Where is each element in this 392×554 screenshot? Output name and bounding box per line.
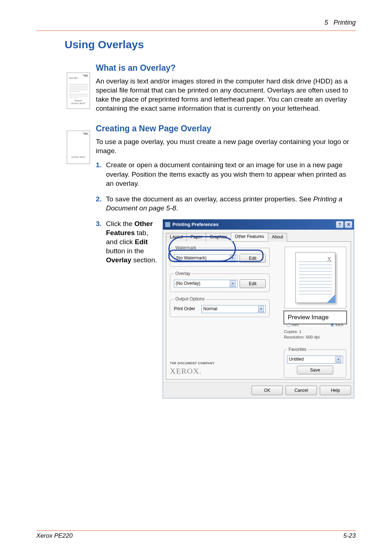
page-header: 5 Printing — [324, 19, 356, 26]
step-number-3: 3. — [96, 219, 106, 398]
favorites-combo[interactable]: Untitled ▾ — [287, 356, 343, 364]
preview-box: X — [285, 247, 346, 308]
tab-paper[interactable]: Paper — [187, 233, 206, 242]
overlay-combo[interactable]: (No Overlay) ▾ — [174, 280, 237, 288]
help-button[interactable]: Help — [320, 386, 351, 395]
creating-overlay-intro: To use a page overlay, you must create a… — [96, 137, 356, 155]
letterhead-illustration: Dear ABC Regards WORLD BEST — [67, 73, 90, 109]
dialog-title: Printing Preferences — [172, 221, 335, 227]
resolution-info: Resolution: 600 dpi — [284, 335, 346, 340]
unit-inch-radio[interactable]: Inch — [330, 322, 343, 328]
output-options-group: Output Options Print Order Normal ▾ — [170, 296, 270, 317]
watermark-edit-button[interactable]: Edit — [240, 254, 266, 263]
step-number-1: 1. — [96, 160, 106, 188]
illustration-regards: Regards — [69, 99, 88, 102]
page-title: Using Overlays — [65, 38, 356, 51]
brand-logo: XEROX. — [170, 366, 215, 376]
brand-tagline: THE DOCUMENT COMPANY — [170, 361, 215, 365]
print-order-combo[interactable]: Normal ▾ — [201, 305, 266, 313]
close-icon[interactable]: ✕ — [344, 221, 352, 228]
illustration-salutation: Dear ABC — [69, 77, 88, 79]
preview-page: X — [295, 252, 335, 303]
footer-product: Xerox PE220 — [36, 532, 73, 539]
copies-info: Copies: 1 — [284, 329, 346, 335]
overlay-value: (No Overlay) — [176, 281, 200, 287]
watermark-legend: Watermark — [174, 245, 198, 251]
chevron-down-icon: ▾ — [258, 306, 264, 312]
dialog-footer: OK Cancel Help — [163, 382, 354, 398]
subheading-creating-overlay: Creating a New Page Overlay — [96, 124, 356, 134]
chevron-down-icon: ▾ — [230, 280, 236, 287]
tab-layout[interactable]: Layout — [166, 233, 187, 242]
chevron-down-icon: ▾ — [335, 356, 341, 363]
overlay-legend: Overlay — [174, 271, 192, 277]
output-legend: Output Options — [174, 296, 206, 302]
preview-x-mark: X — [327, 255, 331, 263]
printing-preferences-dialog: Printing Preferences ? ✕ Layout Paper Gr… — [163, 219, 354, 398]
dialog-titlebar: Printing Preferences ? ✕ — [163, 219, 354, 230]
overlay-edit-button[interactable]: Edit — [240, 279, 266, 288]
step-3-text: Click the Other Features tab, and click … — [106, 219, 160, 264]
footer-rule — [36, 530, 356, 531]
what-is-overlay-para: An overlay is text and/or images stored … — [96, 77, 356, 113]
dialog-app-icon — [165, 222, 170, 227]
cancel-button[interactable]: Cancel — [286, 386, 317, 395]
favorites-value: Untitled — [289, 357, 304, 362]
chevron-down-icon: ▾ — [230, 255, 236, 262]
page-fold-icon — [327, 294, 335, 303]
ok-button[interactable]: OK — [252, 386, 283, 395]
favorites-save-button[interactable]: Save — [297, 366, 333, 374]
watermark-value: (No Watermark) — [176, 255, 207, 261]
blank-letterhead-illustration: WORLD BEST — [67, 131, 90, 164]
favorites-group: Favorites Untitled ▾ Save — [284, 347, 346, 378]
overlay-group: Overlay (No Overlay) ▾ Edit — [170, 271, 270, 292]
tab-graphics[interactable]: Graphics — [206, 233, 231, 242]
section-name: Printing — [334, 19, 356, 26]
brand: THE DOCUMENT COMPANY XEROX. — [170, 361, 215, 376]
watermark-group: Watermark (No Watermark) ▾ Edit — [170, 245, 270, 267]
info-panel: mm Inch Copies: 1 Resolution: 600 dpi — [284, 322, 346, 340]
step-number-2: 2. — [96, 194, 106, 213]
unit-mm-radio[interactable]: mm — [287, 322, 299, 328]
step-2-text: To save the document as an overlay, acce… — [106, 194, 356, 213]
tab-other-features[interactable]: Other Features — [231, 233, 268, 241]
header-rule — [36, 30, 356, 31]
print-order-label: Print Order — [174, 306, 199, 312]
footer-page: 5-23 — [343, 532, 356, 539]
watermark-combo[interactable]: (No Watermark) ▾ — [174, 254, 237, 262]
step-1-text: Create or open a document containing tex… — [106, 160, 356, 188]
tab-about[interactable]: About — [268, 233, 287, 242]
dialog-tabs: Layout Paper Graphics Other Features Abo… — [166, 233, 351, 242]
illustration-footer-2: WORLD BEST — [69, 156, 88, 158]
chapter-number: 5 — [324, 19, 328, 26]
tab-content: Watermark (No Watermark) ▾ Edit — [166, 242, 351, 379]
subheading-what-is-overlay: What is an Overlay? — [96, 63, 356, 73]
illustration-footer: WORLD BEST — [69, 102, 88, 104]
help-icon[interactable]: ? — [336, 221, 344, 228]
print-order-value: Normal — [203, 306, 217, 312]
favorites-legend: Favorites — [287, 347, 308, 353]
